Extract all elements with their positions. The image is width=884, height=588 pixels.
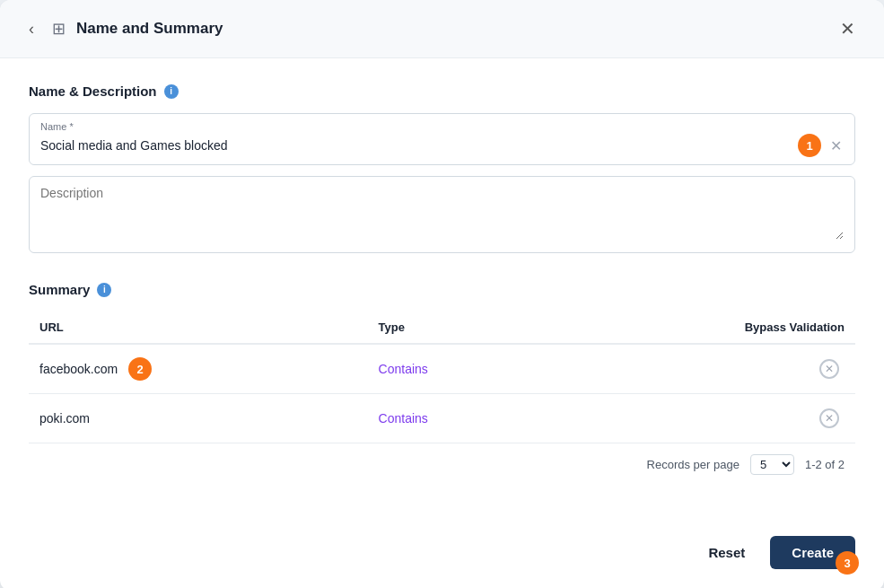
summary-table: URL Type Bypass Validation facebook.com … [29,312,855,443]
clear-icon: ✕ [830,138,842,154]
summary-info-icon[interactable]: i [97,283,111,297]
name-input[interactable] [40,138,791,153]
back-button[interactable]: ‹ [22,16,41,42]
type-column-header: Type [368,312,548,344]
pagination-row: Records per page 5 10 25 50 1-2 of 2 [29,443,855,475]
type-cell-1: Contains [368,344,548,394]
table-row: poki.com Contains ✕ [29,394,855,443]
name-field-group: Name * 1 ✕ [29,113,855,165]
name-desc-info-icon[interactable]: i [164,84,179,99]
description-textarea[interactable] [40,186,844,240]
step-3-badge: 3 [836,551,859,575]
records-per-page-label: Records per page [647,458,740,471]
url-cell-1: facebook.com 2 [29,344,368,394]
per-page-select[interactable]: 5 10 25 50 [750,454,794,475]
step-2-badge: 2 [128,357,152,381]
name-desc-title: Name & Description i [29,83,855,99]
summary-title: Summary i [29,282,855,297]
modal-body: Name & Description i Name * 1 ✕ [0,58,884,522]
url-cell-2: poki.com [29,394,368,443]
table-header: URL Type Bypass Validation [29,312,855,344]
reset-button[interactable]: Reset [694,538,759,567]
type-cell-2: Contains [368,394,548,443]
remove-2-icon: ✕ [819,408,839,428]
name-input-row: 1 ✕ [40,134,844,157]
action-cell-2: ✕ [547,394,855,443]
name-clear-button[interactable]: ✕ [828,136,844,156]
modal-container: ‹ ⊞ Name and Summary ✕ Name & Descriptio… [0,0,884,588]
remove-1-icon: ✕ [819,359,839,379]
name-label: Name * [40,121,844,132]
action-cell-1: ✕ [547,344,855,394]
grid-icon: ⊞ [52,19,66,39]
close-icon: ✕ [840,19,855,39]
step-1-badge: 1 [798,134,821,157]
name-description-section: Name & Description i Name * 1 ✕ [29,83,855,253]
summary-section: Summary i URL Type Bypass Validation fac… [29,282,855,475]
close-button[interactable]: ✕ [833,14,862,43]
url-column-header: URL [29,312,368,344]
modal-header: ‹ ⊞ Name and Summary ✕ [0,0,884,58]
remove-row-1-button[interactable]: ✕ [814,357,845,381]
modal-footer: Reset Create 3 [0,522,884,588]
page-info: 1-2 of 2 [805,458,845,471]
bypass-column-header: Bypass Validation [547,312,855,344]
description-field-group [29,176,855,253]
remove-row-2-button[interactable]: ✕ [814,407,845,430]
chevron-left-icon: ‹ [29,20,34,39]
table-row: facebook.com 2 Contains ✕ [29,344,855,394]
modal-title: Name and Summary [76,20,822,38]
table-body: facebook.com 2 Contains ✕ poki.com Conta… [29,344,855,443]
